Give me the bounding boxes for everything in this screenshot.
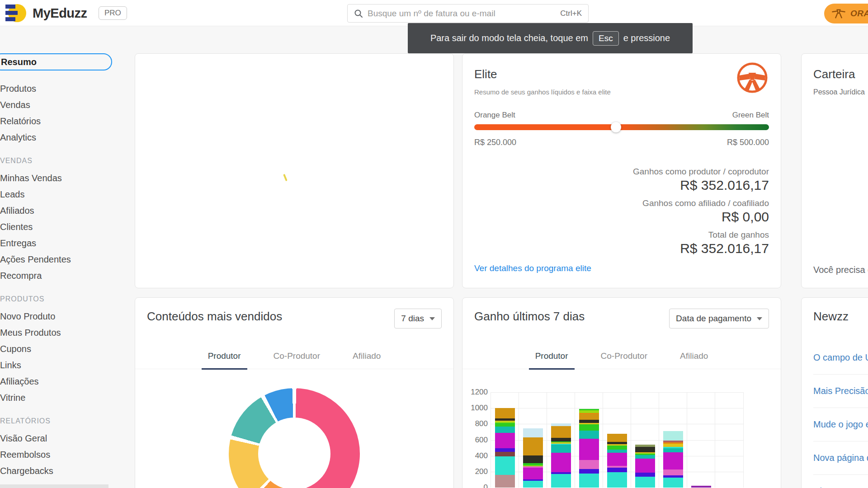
sidebar-item-clientes[interactable]: Clientes: [0, 219, 120, 235]
tab-produtor[interactable]: Produtor: [529, 351, 575, 370]
newzz-link[interactable]: Mude o jogo e re: [813, 408, 868, 441]
sidebar-item-entregas[interactable]: Entregas: [0, 235, 120, 251]
elite-belt-badge[interactable]: ORANGE: [824, 4, 868, 23]
search-input[interactable]: [368, 9, 556, 19]
newzz-link[interactable]: Chegou a nova Pa: [813, 475, 868, 488]
tab-co-produtor[interactable]: Co-Produtor: [594, 351, 654, 370]
brand-title: MyEduzz: [33, 6, 87, 21]
newzz-link[interactable]: O campo de URL: [813, 341, 868, 375]
sidebar-section-vendas: VENDAS: [0, 155, 120, 166]
toast-text-after: e pressione: [623, 33, 670, 43]
search-box: Ctrl+K: [347, 4, 589, 23]
sidebar-item-chargebacks[interactable]: Chargebacks: [0, 463, 120, 479]
y-axis-tick: 600: [475, 436, 488, 445]
sidebar-item-recompra[interactable]: Recompra: [0, 267, 120, 284]
sidebar-item-vendas[interactable]: Vendas: [0, 97, 120, 113]
bar-slot: [575, 392, 603, 488]
belt-range-labels: Orange Belt Green Belt: [474, 111, 769, 120]
stat-value: R$ 0,00: [633, 209, 769, 225]
page: MyEduzz PRO Ctrl+K ORANGE: [0, 0, 868, 488]
contents-title: Conteúdos mais vendidos: [147, 310, 282, 324]
sidebar-item-afiliacoes[interactable]: Afiliações: [0, 373, 120, 389]
bar-slot: [687, 392, 715, 488]
newzz-card: Newzz O campo de URLMais Precisão nasMud…: [801, 297, 868, 488]
sidebar-item-novo-produto[interactable]: Novo Produto: [0, 308, 120, 324]
pro-badge: PRO: [99, 6, 127, 20]
donut-chart: [229, 388, 360, 488]
y-axis-tick: 800: [475, 419, 488, 428]
y-axis-tick: 1000: [471, 404, 488, 413]
eduzz-logo-icon: [5, 2, 26, 24]
range-min: R$ 250.000: [474, 138, 516, 147]
sidebar-item-reembolsos[interactable]: Reembolsos: [0, 446, 120, 463]
sidebar-item-produtos[interactable]: Produtos: [0, 80, 120, 97]
stat-value: R$ 352.016,17: [633, 241, 769, 256]
y-axis-tick: 0: [484, 483, 488, 488]
elite-subtitle: Resumo de seus ganhos líquidos e faixa e…: [474, 88, 611, 96]
tab-co-produtor[interactable]: Co-Produtor: [267, 351, 327, 370]
tab-afiliado[interactable]: Afiliado: [674, 351, 714, 370]
belt-badge-label: ORANGE: [850, 9, 868, 19]
orange-belt-icon: [736, 61, 769, 94]
sidebar-item-analytics[interactable]: Analytics: [0, 129, 120, 145]
sidebar-item-acoes-pendentes[interactable]: Ações Pendentes: [0, 251, 120, 267]
stat-value: R$ 352.016,17: [633, 178, 769, 193]
chevron-down-icon: [429, 317, 435, 320]
y-axis-tick: 400: [475, 451, 488, 460]
sidebar-item-cupons[interactable]: Cupons: [0, 341, 120, 357]
earnings-title: Ganho últimos 7 dias: [474, 310, 585, 324]
stacked-bar: [495, 408, 515, 488]
esc-key: Esc: [593, 31, 619, 46]
top-contents-card: Conteúdos mais vendidos 7 dias ProdutorC…: [135, 297, 454, 488]
stat-label: Ganhos como afiliado / coafiliado: [633, 198, 769, 208]
stacked-bar: [607, 434, 627, 488]
earnings-card: Ganho últimos 7 dias Data de pagamento P…: [462, 297, 781, 488]
payment-date-select[interactable]: Data de pagamento: [669, 309, 769, 328]
progress-marker: [611, 122, 621, 132]
period-select-value: 7 dias: [401, 314, 424, 324]
sidebar-item-resumo[interactable]: Resumo: [0, 53, 112, 70]
newzz-links: O campo de URLMais Precisão nasMude o jo…: [813, 341, 868, 488]
newzz-link[interactable]: Mais Precisão nas: [813, 375, 868, 408]
stacked-bar: [579, 409, 599, 488]
range-max: R$ 500.000: [727, 138, 769, 147]
elite-progress-bar: [474, 124, 769, 130]
sidebar-item-afiliados[interactable]: Afiliados: [0, 202, 120, 219]
belt-from-label: Orange Belt: [474, 111, 515, 120]
bar-slot: [659, 392, 687, 488]
sidebar-nav: ResumoProdutosVendasRelatóriosAnalyticsV…: [0, 53, 120, 479]
sidebar-item-meus-produtos[interactable]: Meus Produtos: [0, 324, 120, 341]
elite-title: Elite: [474, 67, 497, 81]
loading-artifact: [283, 174, 288, 181]
stacked-bar: [663, 431, 683, 488]
sidebar-section-produtos: PRODUTOS: [0, 294, 120, 305]
newzz-link[interactable]: Nova página de re: [813, 441, 868, 475]
belt-to-label: Green Belt: [732, 111, 769, 120]
y-axis-tick: 1200: [471, 388, 488, 397]
bar-slot: [631, 392, 659, 488]
carteira-card: Carteira Pessoa Jurídica Você precisa de: [801, 53, 868, 288]
sidebar-scrollbar[interactable]: [0, 484, 108, 488]
sidebar-item-vitrine[interactable]: Vitrine: [0, 389, 120, 406]
stacked-bar: [551, 423, 571, 488]
carteira-title: Carteira: [813, 67, 855, 81]
bar-slot: [603, 392, 631, 488]
sidebar-item-links[interactable]: Links: [0, 357, 120, 373]
sidebar-item-minhas-vendas[interactable]: Minhas Vendas: [0, 170, 120, 186]
sidebar-item-leads[interactable]: Leads: [0, 186, 120, 202]
tab-produtor[interactable]: Produtor: [202, 351, 247, 370]
search-shortcut: Ctrl+K: [560, 9, 582, 18]
elite-card: Elite Resumo de seus ganhos líquidos e f…: [462, 53, 781, 288]
belt-range-values: R$ 250.000 R$ 500.000: [474, 138, 769, 147]
bar-slot: [547, 392, 575, 488]
y-axis-tick: 200: [475, 467, 488, 476]
sidebar-item-visao-geral[interactable]: Visão Geral: [0, 430, 120, 446]
loading-chart-card: [135, 53, 454, 288]
elite-details-link[interactable]: Ver detalhes do programa elite: [474, 263, 591, 273]
tab-afiliado[interactable]: Afiliado: [346, 351, 387, 370]
sidebar-section-relatorios: RELATÓRIOS: [0, 416, 120, 427]
carteira-subtitle: Pessoa Jurídica: [813, 88, 865, 96]
sidebar-item-relatorios[interactable]: Relatórios: [0, 113, 120, 129]
period-select[interactable]: 7 dias: [394, 309, 442, 328]
fullscreen-toast: Para sair do modo tela cheia, toque em E…: [408, 23, 693, 53]
